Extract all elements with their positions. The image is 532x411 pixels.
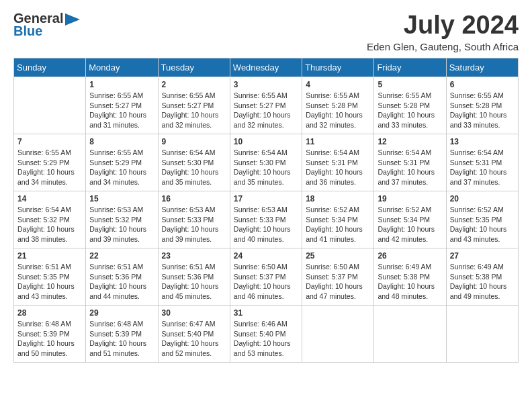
day-info: Sunrise: 6:46 AM Sunset: 5:40 PM Dayligh… [234,319,298,359]
day-info: Sunrise: 6:55 AM Sunset: 5:27 PM Dayligh… [162,91,226,130]
table-row: 8Sunrise: 6:55 AM Sunset: 5:29 PM Daylig… [86,134,158,191]
table-row: 25Sunrise: 6:50 AM Sunset: 5:37 PM Dayli… [302,248,374,306]
day-info: Sunrise: 6:50 AM Sunset: 5:37 PM Dayligh… [306,262,370,302]
table-row: 9Sunrise: 6:54 AM Sunset: 5:30 PM Daylig… [158,134,230,191]
table-row: 14Sunrise: 6:54 AM Sunset: 5:32 PM Dayli… [14,191,86,248]
day-number: 31 [234,308,298,318]
day-info: Sunrise: 6:51 AM Sunset: 5:35 PM Dayligh… [17,262,82,302]
day-info: Sunrise: 6:55 AM Sunset: 5:29 PM Dayligh… [89,148,154,187]
day-number: 4 [306,80,370,89]
day-info: Sunrise: 6:53 AM Sunset: 5:33 PM Dayligh… [234,205,298,244]
day-info: Sunrise: 6:55 AM Sunset: 5:27 PM Dayligh… [89,91,154,130]
day-number: 2 [162,80,226,89]
table-row: 16Sunrise: 6:53 AM Sunset: 5:33 PM Dayli… [158,191,230,248]
table-row: 22Sunrise: 6:51 AM Sunset: 5:36 PM Dayli… [86,248,158,306]
table-row: 4Sunrise: 6:55 AM Sunset: 5:28 PM Daylig… [302,77,374,134]
day-info: Sunrise: 6:49 AM Sunset: 5:38 PM Dayligh… [450,262,515,302]
day-info: Sunrise: 6:54 AM Sunset: 5:31 PM Dayligh… [378,148,442,187]
col-monday: Monday [86,58,158,77]
table-row: 1Sunrise: 6:55 AM Sunset: 5:27 PM Daylig… [86,77,158,134]
day-number: 16 [162,194,226,203]
day-info: Sunrise: 6:55 AM Sunset: 5:28 PM Dayligh… [378,91,442,130]
day-info: Sunrise: 6:53 AM Sunset: 5:32 PM Dayligh… [89,205,154,244]
day-number: 13 [450,137,515,146]
day-number: 25 [306,251,370,261]
day-number: 27 [450,251,515,261]
day-number: 30 [162,308,226,318]
day-number: 20 [450,194,515,203]
day-number: 5 [378,80,442,89]
week-row-4: 21Sunrise: 6:51 AM Sunset: 5:35 PM Dayli… [14,248,519,306]
day-number: 17 [234,194,298,203]
day-info: Sunrise: 6:55 AM Sunset: 5:29 PM Dayligh… [17,148,82,187]
day-number: 22 [89,251,154,261]
day-number: 10 [234,137,298,146]
day-number: 6 [450,80,515,89]
table-row: 20Sunrise: 6:52 AM Sunset: 5:35 PM Dayli… [446,191,518,248]
day-info: Sunrise: 6:50 AM Sunset: 5:37 PM Dayligh… [234,262,298,302]
table-row: 23Sunrise: 6:51 AM Sunset: 5:36 PM Dayli… [158,248,230,306]
calendar-header-row: Sunday Monday Tuesday Wednesday Thursday… [14,58,519,77]
day-info: Sunrise: 6:52 AM Sunset: 5:34 PM Dayligh… [306,205,370,244]
day-info: Sunrise: 6:47 AM Sunset: 5:40 PM Dayligh… [162,319,226,359]
day-info: Sunrise: 6:54 AM Sunset: 5:31 PM Dayligh… [306,148,370,187]
day-info: Sunrise: 6:51 AM Sunset: 5:36 PM Dayligh… [89,262,154,302]
table-row: 29Sunrise: 6:48 AM Sunset: 5:39 PM Dayli… [86,306,158,363]
table-row: 30Sunrise: 6:47 AM Sunset: 5:40 PM Dayli… [158,306,230,363]
col-wednesday: Wednesday [230,58,302,77]
table-row: 12Sunrise: 6:54 AM Sunset: 5:31 PM Dayli… [374,134,446,191]
day-number: 8 [89,137,154,146]
table-row: 17Sunrise: 6:53 AM Sunset: 5:33 PM Dayli… [230,191,302,248]
day-number: 24 [234,251,298,261]
day-number: 23 [162,251,226,261]
table-row: 6Sunrise: 6:55 AM Sunset: 5:28 PM Daylig… [446,77,518,134]
week-row-2: 7Sunrise: 6:55 AM Sunset: 5:29 PM Daylig… [14,134,519,191]
table-row [374,306,446,363]
week-row-3: 14Sunrise: 6:54 AM Sunset: 5:32 PM Dayli… [14,191,519,248]
day-info: Sunrise: 6:55 AM Sunset: 5:27 PM Dayligh… [234,91,298,130]
table-row: 10Sunrise: 6:54 AM Sunset: 5:30 PM Dayli… [230,134,302,191]
table-row: 31Sunrise: 6:46 AM Sunset: 5:40 PM Dayli… [230,306,302,363]
col-thursday: Thursday [302,58,374,77]
table-row: 7Sunrise: 6:55 AM Sunset: 5:29 PM Daylig… [14,134,86,191]
day-number: 3 [234,80,298,89]
title-section: July 2024 Eden Glen, Gauteng, South Afri… [367,11,519,52]
day-info: Sunrise: 6:54 AM Sunset: 5:32 PM Dayligh… [17,205,82,244]
table-row: 27Sunrise: 6:49 AM Sunset: 5:38 PM Dayli… [446,248,518,306]
day-info: Sunrise: 6:54 AM Sunset: 5:30 PM Dayligh… [162,148,226,187]
day-info: Sunrise: 6:48 AM Sunset: 5:39 PM Dayligh… [89,319,154,359]
table-row: 26Sunrise: 6:49 AM Sunset: 5:38 PM Dayli… [374,248,446,306]
table-row: 13Sunrise: 6:54 AM Sunset: 5:31 PM Dayli… [446,134,518,191]
table-row: 2Sunrise: 6:55 AM Sunset: 5:27 PM Daylig… [158,77,230,134]
day-info: Sunrise: 6:54 AM Sunset: 5:31 PM Dayligh… [450,148,515,187]
week-row-1: 1Sunrise: 6:55 AM Sunset: 5:27 PM Daylig… [14,77,519,134]
day-number: 19 [378,194,442,203]
table-row: 15Sunrise: 6:53 AM Sunset: 5:32 PM Dayli… [86,191,158,248]
day-number: 1 [89,80,154,89]
day-info: Sunrise: 6:49 AM Sunset: 5:38 PM Dayligh… [378,262,442,302]
table-row: 5Sunrise: 6:55 AM Sunset: 5:28 PM Daylig… [374,77,446,134]
table-row: 28Sunrise: 6:48 AM Sunset: 5:39 PM Dayli… [14,306,86,363]
day-info: Sunrise: 6:54 AM Sunset: 5:30 PM Dayligh… [234,148,298,187]
table-row: 11Sunrise: 6:54 AM Sunset: 5:31 PM Dayli… [302,134,374,191]
day-number: 15 [89,194,154,203]
table-row: 21Sunrise: 6:51 AM Sunset: 5:35 PM Dayli… [14,248,86,306]
day-info: Sunrise: 6:48 AM Sunset: 5:39 PM Dayligh… [17,319,82,359]
day-number: 18 [306,194,370,203]
table-row [302,306,374,363]
day-number: 12 [378,137,442,146]
col-saturday: Saturday [446,58,518,77]
week-row-5: 28Sunrise: 6:48 AM Sunset: 5:39 PM Dayli… [14,306,519,363]
month-year-title: July 2024 [367,11,519,40]
table-row [446,306,518,363]
day-number: 26 [378,251,442,261]
table-row: 19Sunrise: 6:52 AM Sunset: 5:34 PM Dayli… [374,191,446,248]
day-number: 9 [162,137,226,146]
logo-triangle-icon [65,13,80,26]
table-row: 3Sunrise: 6:55 AM Sunset: 5:27 PM Daylig… [230,77,302,134]
day-info: Sunrise: 6:52 AM Sunset: 5:34 PM Dayligh… [378,205,442,244]
col-sunday: Sunday [14,58,86,77]
day-number: 28 [17,308,82,318]
table-row: 18Sunrise: 6:52 AM Sunset: 5:34 PM Dayli… [302,191,374,248]
calendar-table: Sunday Monday Tuesday Wednesday Thursday… [13,58,519,363]
